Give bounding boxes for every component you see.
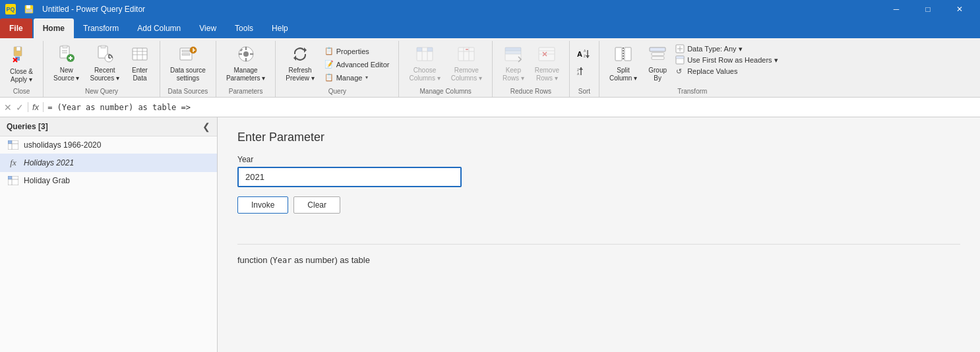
data-source-settings-button[interactable]: Data source settings <box>166 42 210 85</box>
refresh-preview-button[interactable]: Refresh Preview ▾ <box>281 42 319 85</box>
invoke-button[interactable]: Invoke <box>237 196 288 214</box>
enter-data-button[interactable]: Enter Data <box>125 42 154 85</box>
recent-sources-label: Recent Sources ▾ <box>90 67 119 82</box>
close-button[interactable]: ✕ <box>944 0 975 18</box>
sort-za-button[interactable]: ZA <box>574 63 595 79</box>
choose-columns-label: Choose Columns ▾ <box>409 67 440 82</box>
transform-content: Split Column ▾ Group By Data Type: Any ▾ <box>605 42 780 86</box>
use-first-row-button[interactable]: Use First Row as Headers ▾ <box>673 55 780 65</box>
query-small-buttons: 📋 Properties 📝 Advanced Editor 📋 Manage … <box>321 42 394 84</box>
ribbon-group-data-sources: Data source settings Data Sources <box>160 41 216 97</box>
recent-sources-button[interactable]: Recent Sources ▾ <box>85 42 123 85</box>
data-source-settings-icon <box>179 45 197 67</box>
svg-rect-35 <box>239 53 242 55</box>
tab-transform[interactable]: Transform <box>74 18 128 38</box>
ribbon-group-sort: A AZ ZA Sort <box>570 41 599 97</box>
sort-content: A AZ ZA <box>574 44 595 86</box>
ribbon-group-new-query: New Source ▾ Recent Sources ▾ <box>44 41 160 97</box>
recent-sources-icon <box>96 45 114 67</box>
new-source-button[interactable]: New Source ▾ <box>49 42 84 85</box>
svg-rect-72 <box>650 47 665 51</box>
year-field-label: Year <box>237 155 960 164</box>
ribbon-group-reduce-rows: Keep Rows ▾ Remove Rows ▾ Reduce Rows <box>493 41 570 97</box>
keep-rows-button[interactable]: Keep Rows ▾ <box>498 42 529 85</box>
close-group-label: Close <box>5 86 38 97</box>
win-controls: ─ □ ✕ <box>881 0 975 18</box>
svg-rect-34 <box>245 58 247 61</box>
remove-rows-button[interactable]: Remove Rows ▾ <box>530 42 564 85</box>
tab-file[interactable]: File <box>0 18 32 38</box>
formula-confirm-button[interactable]: ✓ <box>16 102 24 113</box>
transform-right-options: Data Type: Any ▾ Use First Row as Header… <box>673 42 780 76</box>
holidays2021-label: Holidays 2021 <box>24 158 74 167</box>
formula-bar-input[interactable] <box>47 103 976 112</box>
query-item-holidaygrab[interactable]: Holiday Grab <box>0 172 217 189</box>
close-apply-icon <box>12 45 32 68</box>
new-source-icon <box>57 45 76 67</box>
group-by-button[interactable]: Group By <box>643 42 672 85</box>
data-type-button[interactable]: Data Type: Any ▾ <box>673 44 780 54</box>
keep-rows-label: Keep Rows ▾ <box>503 67 524 82</box>
maximize-button[interactable]: □ <box>913 0 943 18</box>
group-by-label: Group By <box>648 67 667 82</box>
group-by-icon <box>648 45 667 67</box>
tab-help[interactable]: Help <box>262 18 297 38</box>
manage-button[interactable]: 📋 Manage ▾ <box>321 71 394 84</box>
svg-text:↺: ↺ <box>676 67 682 75</box>
split-column-button[interactable]: Split Column ▾ <box>605 42 642 85</box>
remove-rows-label: Remove Rows ▾ <box>535 67 559 82</box>
advanced-editor-button[interactable]: 📝 Advanced Editor <box>321 58 394 71</box>
formula-cancel-button[interactable]: ✕ <box>4 102 12 113</box>
remove-rows-icon <box>537 45 556 67</box>
svg-rect-84 <box>8 140 12 144</box>
window-controls-left <box>24 4 34 15</box>
remove-columns-button[interactable]: Remove Columns ▾ <box>446 42 487 85</box>
function-description: function (Year as number) as table <box>237 255 960 265</box>
svg-text:Z: Z <box>584 54 586 58</box>
svg-rect-79 <box>676 56 684 59</box>
sort-az-arrow: AZ <box>584 49 592 59</box>
manage-parameters-button[interactable]: Manage Parameters ▾ <box>222 42 270 85</box>
year-input[interactable] <box>237 167 462 187</box>
properties-button[interactable]: 📋 Properties <box>321 45 394 57</box>
ribbon-group-close: Close & Apply ▾ Close <box>0 41 44 97</box>
remove-columns-label: Remove Columns ▾ <box>451 67 482 82</box>
usholidays-table-icon <box>8 140 18 150</box>
svg-marker-39 <box>293 55 296 61</box>
ribbon-group-parameters: Manage Parameters ▾ Parameters <box>216 41 276 97</box>
query-item-holidays2021[interactable]: fx Holidays 2021 <box>0 154 217 172</box>
ribbon-group-query: Refresh Preview ▾ 📋 Properties 📝 Advance… <box>276 41 399 97</box>
svg-rect-20 <box>133 48 147 60</box>
tab-home[interactable]: Home <box>34 18 74 38</box>
button-row: Invoke Clear <box>237 196 960 214</box>
choose-columns-button[interactable]: Choose Columns ▾ <box>404 42 444 85</box>
save-icon[interactable] <box>24 4 34 15</box>
manage-parameters-label: Manage Parameters ▾ <box>226 67 265 82</box>
svg-rect-36 <box>250 53 253 55</box>
parameters-label: Parameters <box>222 86 270 97</box>
close-apply-button[interactable]: Close & Apply ▾ <box>5 42 38 86</box>
holidays2021-fx-icon: fx <box>8 158 18 168</box>
svg-rect-33 <box>245 47 247 50</box>
sort-az-button[interactable]: A AZ <box>574 46 595 62</box>
formula-fx-label: fx <box>28 102 44 112</box>
reduce-rows-content: Keep Rows ▾ Remove Rows ▾ <box>498 42 564 86</box>
sidebar-collapse-button[interactable]: ❮ <box>202 121 210 132</box>
clear-button[interactable]: Clear <box>293 196 340 214</box>
holidaygrab-table-icon <box>8 176 18 185</box>
reduce-rows-label: Reduce Rows <box>498 86 564 97</box>
sort-label: Sort <box>574 86 595 97</box>
usholidays-label: usholidays 1966-2020 <box>24 140 101 150</box>
svg-rect-4 <box>16 47 20 51</box>
split-column-label: Split Column ▾ <box>609 67 637 82</box>
refresh-preview-icon <box>291 45 309 67</box>
tab-add-column[interactable]: Add Column <box>128 18 190 38</box>
tab-view[interactable]: View <box>190 18 226 38</box>
svg-marker-66 <box>579 67 583 70</box>
query-item-usholidays[interactable]: usholidays 1966-2020 <box>0 136 217 154</box>
tab-tools[interactable]: Tools <box>226 18 262 38</box>
replace-values-icon: ↺ <box>675 67 685 76</box>
replace-values-button[interactable]: ↺ Replace Values <box>673 66 780 76</box>
svg-marker-38 <box>304 47 307 53</box>
minimize-button[interactable]: ─ <box>881 0 911 18</box>
